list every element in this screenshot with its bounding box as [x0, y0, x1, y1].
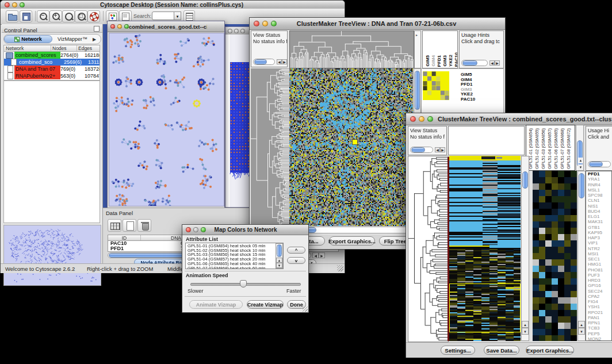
dialog-titlebar[interactable]: Map Colors to Network [182, 225, 308, 235]
attribute-list-vscrollbar[interactable] [276, 243, 283, 269]
close-icon[interactable] [5, 2, 10, 7]
gene-label[interactable]: MON2 [586, 336, 611, 341]
gene-label[interactable]: MSI1 [586, 251, 611, 256]
scroll-thumb[interactable] [522, 171, 528, 189]
table-row[interactable]: RNAPuberNov2+ 563(0) 107847(0) [4, 72, 100, 79]
zoom-selected-button[interactable] [62, 10, 75, 22]
table-row[interactable]: combined_sco 2569(6) 13112(15) [4, 59, 100, 66]
gene-label[interactable]: HMG1 [586, 262, 611, 267]
scroll-thumb[interactable] [277, 244, 282, 257]
tv2-column-dendrogram-area[interactable] [448, 126, 525, 155]
gene-label[interactable]: YSH1 [586, 304, 611, 309]
tv1-col-scroll-strip[interactable]: ▸ [414, 30, 421, 68]
attribute-item[interactable]: GPL51-07 (GSM868) heat shock 60 min [188, 266, 283, 269]
close-icon[interactable] [110, 24, 115, 29]
tv2-genes-vscrollbar[interactable] [577, 171, 586, 341]
gene-label[interactable]: KAP95 [586, 230, 611, 235]
gene-label[interactable]: RPN1 [586, 320, 611, 325]
gene-label[interactable]: YRA1 [586, 177, 611, 182]
resize-grip[interactable] [337, 265, 343, 271]
new-attribute-button[interactable] [123, 219, 136, 232]
gene-label[interactable]: MSL1 [586, 187, 611, 193]
cytoscape-titlebar[interactable]: Cytoscape Desktop (Session Name: collins… [1, 1, 345, 9]
network-frame-1-titlebar[interactable]: combined_scores_good.txt--cluste... [108, 21, 224, 32]
gene-label[interactable]: NIS1 [586, 204, 611, 209]
minimize-icon[interactable] [419, 116, 424, 122]
gene-label[interactable]: PUF3 [586, 273, 611, 278]
gene-label[interactable]: SEC24 [586, 289, 611, 294]
float-panel-icon[interactable] [94, 26, 100, 32]
zoom-window-icon[interactable] [271, 21, 277, 26]
close-icon[interactable] [228, 29, 232, 33]
zoom-window-icon[interactable] [124, 24, 129, 29]
tv2-heatmap-vscrollbar[interactable] [521, 156, 529, 341]
gene-label[interactable]: TCB3 [586, 325, 611, 331]
usage-hints-hscrollbar[interactable] [588, 161, 611, 167]
column-label[interactable]: GPL51-08 (GSM872) [566, 128, 571, 169]
network-canvas[interactable] [109, 33, 224, 206]
gene-label[interactable]: GTB1 [586, 225, 611, 230]
tab-network[interactable]: Network [4, 35, 52, 43]
column-label[interactable]: GPL51-07 (GSM868) [560, 128, 565, 169]
gene-label[interactable]: CLN1 [586, 198, 611, 203]
tab-overflow-arrow[interactable]: ▶ [93, 37, 101, 42]
gene-label[interactable]: FIG4 [586, 299, 611, 304]
column-label[interactable]: GPL51-03 (GSM856) [541, 128, 546, 169]
create-vizmap-button[interactable]: Create Vizmap [247, 300, 284, 309]
gene-label[interactable]: VIP1 [586, 240, 611, 246]
gene-label[interactable]: HAP3 [586, 235, 611, 240]
gene-label[interactable]: RNR4 [586, 182, 611, 187]
column-label[interactable]: GIM4 [431, 55, 436, 67]
close-icon[interactable] [186, 227, 191, 232]
gene-label[interactable]: HRD3 [586, 278, 611, 283]
overview-canvas[interactable] [3, 225, 101, 286]
gene-label[interactable]: CPA2 [586, 294, 611, 299]
treeview2-titlebar[interactable]: ClusterMaker TreeView : combined_scores_… [406, 113, 612, 125]
tv2-heatmap[interactable] [449, 156, 521, 341]
gene-label[interactable]: MAK31 [586, 219, 611, 224]
export-graphics-button[interactable]: Export Graphics... [526, 346, 574, 355]
zoom-window-icon[interactable] [427, 116, 433, 122]
gene-label[interactable]: RPO21 [586, 310, 611, 315]
col-header-network[interactable]: Network [4, 45, 51, 51]
data-col-id[interactable]: ID [108, 235, 141, 240]
scroll-left-icon[interactable] [312, 252, 319, 258]
close-icon[interactable] [254, 21, 259, 26]
tv2-columns-vscrollbar[interactable] [576, 125, 584, 171]
col-header-edges[interactable]: Edges [77, 45, 100, 51]
tv1-row-dendrogram[interactable] [251, 68, 289, 226]
attribute-list[interactable]: GPL51-01 (GSM854) heat shock 05 minGPL51… [185, 243, 284, 269]
export-graphics-button[interactable]: Export Graphics... [329, 236, 375, 246]
zoom-out-button[interactable] [37, 10, 49, 22]
gene-label[interactable]: GPI16 [586, 283, 611, 288]
column-label[interactable]: GPL51-04 (GSM857) [547, 128, 552, 169]
gene-label[interactable]: PHO81 [586, 267, 611, 273]
animate-vizmap-button[interactable]: Animate Vizmap [189, 300, 243, 309]
close-icon[interactable] [410, 116, 416, 122]
column-label[interactable]: GIM3 [442, 55, 447, 67]
tab-vizmapper[interactable]: VizMapper™ [52, 36, 93, 42]
open-session-button[interactable] [6, 10, 18, 22]
column-label[interactable]: PFD1 [437, 55, 442, 67]
column-label[interactable]: PAC10 [454, 52, 458, 67]
save-data-button[interactable]: Save Data... [484, 346, 519, 355]
scroll-right-icon[interactable] [319, 252, 325, 258]
zoom-in-button[interactable] [49, 10, 62, 22]
zoom-window-icon[interactable] [240, 29, 245, 33]
gene-label[interactable]: NTR2 [586, 246, 611, 251]
gene-label[interactable]: SPC98 [586, 193, 611, 198]
zoom-window-icon[interactable] [20, 2, 25, 7]
zoom-window-icon[interactable] [201, 227, 206, 232]
minimize-icon[interactable] [12, 2, 17, 7]
tv1-column-dendrogram[interactable] [289, 30, 414, 68]
search-dropdown-button[interactable]: ▾ [174, 12, 181, 20]
treeview1-titlebar[interactable]: ClusterMaker TreeView : DNA and Tran 07-… [250, 18, 505, 30]
tv1-zoom-matrix[interactable] [423, 71, 449, 100]
slider-thumb[interactable] [240, 280, 247, 288]
tv2-gene-dendrogram[interactable] [408, 156, 449, 342]
select-attributes-button[interactable] [108, 219, 121, 232]
zoom-label[interactable]: PAC10 [459, 97, 491, 102]
move-up-button[interactable]: ^ [287, 247, 305, 254]
column-label[interactable]: GPL51-06 (GSM865) [553, 128, 559, 169]
tv2-gene-list[interactable]: PFD1YRA1RNR4MSL1SPC98CLN1NIS1BUD4ELG1MAK… [586, 171, 612, 341]
